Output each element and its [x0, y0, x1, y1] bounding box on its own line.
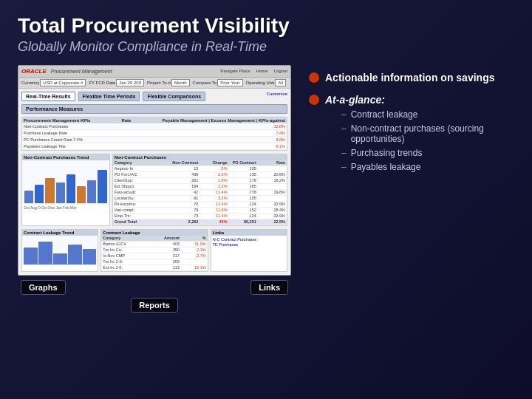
p-row-8: Vari-compl:7911.6%15228.4%: [113, 208, 287, 214]
slide: Total Procurement Visibility Globally Mo…: [0, 0, 532, 399]
sub-item-2: – Non-contract purchases (sourcing oppor…: [341, 123, 514, 144]
mini-bar-4: [68, 245, 82, 265]
kpi-row-1: Non-Contract Purchases 12.8%: [22, 123, 287, 130]
p-row-1: Amproc-In15.5%105: [113, 166, 287, 172]
p-row-6: LocalanSu:913.2%105: [113, 196, 287, 202]
p-row-4: Ext Shppcr1942.2%165: [113, 184, 287, 190]
content-area: ORACLE Procurement Management Navigate P…: [18, 65, 514, 313]
bar-5: [66, 174, 75, 203]
proc-mgmt-label: Procurement Management: [51, 69, 112, 74]
bullet-dot-2: [309, 95, 319, 105]
bullet-glance: At-a-glance: – Contract leakage – Non-co…: [309, 93, 514, 176]
info-panel: Actionable information on savings At-a-g…: [303, 65, 514, 313]
trend-chart-area: [22, 160, 109, 205]
compare-field: Compare To Prior Year: [193, 79, 243, 86]
project-field: Project To-d Month: [147, 79, 190, 86]
graphs-label: Graphs: [21, 280, 66, 295]
ou-input[interactable]: All: [275, 79, 286, 86]
oracle-logo: ORACLE: [21, 68, 47, 75]
bullet-dot-1: [309, 72, 319, 83]
leakage-mini-chart: [22, 236, 98, 265]
sub-item-4: – Payables leakage: [341, 162, 514, 172]
l-row-2: Tre Irc-Co:3502.1%: [101, 248, 207, 253]
currency-input[interactable]: USD at Copporate #: [40, 79, 86, 86]
perf-measures-btn[interactable]: Performance Measures: [21, 104, 287, 114]
kpi-table: Procurement Management KPIs Rate Payable…: [21, 117, 287, 151]
p-row-7: Po-kocoma:7011.4%12432.9%: [113, 202, 287, 208]
trend-chart-header: Non-Contract Purchases Trend: [22, 154, 109, 160]
main-panels: Non-Contract Purchases Trend: [21, 154, 287, 226]
bottom-panels-row: Contract Leakage Trend Contract Leakage: [21, 229, 287, 272]
l-row-4: Tre Irc-2-0:209: [101, 259, 207, 265]
mock-buttons-row: Real-Time Results Flexible Time Periods …: [21, 92, 287, 101]
p-row-5: Fwo-stcsub:4211.4%77819.8%: [113, 190, 287, 196]
links-content: N-C Contract Purchases TE Purchases: [211, 236, 287, 248]
contract-leakage-header: Contract Leakage: [101, 230, 207, 236]
p-row-total: Grand Total2,26243%80,25122.5%: [113, 219, 287, 225]
link-1[interactable]: N-C Contract Purchases: [213, 237, 285, 242]
mini-bar-2: [38, 242, 52, 264]
compare-input[interactable]: Prior Year: [217, 79, 242, 86]
at-a-glance-label: At-a-glance:: [325, 94, 385, 106]
oracle-screen: ORACLE Procurement Management Navigate P…: [18, 65, 291, 276]
bar-7: [87, 180, 96, 203]
purchases-table-panel: Non-Contract Purchases Category Non-Cont…: [112, 154, 287, 226]
date-input[interactable]: Jan 20 200: [116, 79, 144, 86]
purchases-table-header: Non-Contract Purchases: [113, 154, 287, 160]
bar-4: [56, 183, 65, 203]
chart-labels: Oct Aug D Oct Dec Jan Feb Mar: [22, 205, 109, 211]
leakage-header: Category Amount %: [101, 236, 207, 242]
customize-link[interactable]: Customize: [267, 92, 287, 101]
kpi-table-header: Procurement Management KPIs Rate Payable…: [22, 117, 287, 123]
bullet-glance-title: At-a-glance:: [325, 93, 514, 106]
bar-3: [45, 178, 54, 203]
sub-item-1: – Contract leakage: [341, 109, 514, 120]
currency-field: Currency USD at Copporate #: [21, 79, 86, 86]
project-input[interactable]: Month: [171, 79, 190, 86]
mock-nav: Navigate Place Home Logout: [117, 69, 287, 73]
mini-bar-3: [53, 253, 67, 265]
mini-bar-1: [24, 248, 38, 265]
main-title: Total Procurement Visibility: [18, 15, 514, 38]
reports-label: Reports: [131, 298, 178, 313]
sub-list: – Contract leakage – Non-contract purcha…: [325, 109, 514, 172]
p-row-3: ClientSup:2611.8%17818.2%: [113, 178, 287, 184]
ou-field: Operating Unit All: [246, 79, 286, 86]
l-row-5: Est-Irc 2 0:11315.1%: [101, 265, 207, 271]
mock-header: ORACLE Procurement Management Navigate P…: [18, 66, 290, 78]
leakage-table: Category Amount % Barton (GCV40331.9% Tr…: [101, 236, 207, 271]
date-field: FY FCD Date Jan 20 200: [89, 79, 144, 86]
mini-bar-5: [83, 249, 97, 265]
l-row-3: Ix-Nov CMP317-2.7%: [101, 253, 207, 259]
bullet-savings-text: Actionable information on savings: [325, 71, 494, 84]
subtitle: Globally Monitor Compliance in Real-Time: [18, 39, 514, 55]
kpi-row-4: Payables Leakage Title 8.1%: [22, 143, 287, 150]
link-2[interactable]: TE Purchases: [213, 242, 285, 247]
real-time-btn[interactable]: Real-Time Results: [21, 92, 75, 101]
nav-navigate: Navigate Place: [220, 69, 250, 73]
mock-content: Real-Time Results Flexible Time Periods …: [18, 89, 290, 275]
trend-chart-panel: Non-Contract Purchases Trend: [21, 154, 110, 226]
p-row-9: Emp-Trs:7311.4%12432.9%: [113, 214, 287, 219]
nav-home: Home: [256, 69, 268, 73]
leakage-trend-panel: Contract Leakage Trend: [21, 229, 98, 272]
flexible-time-btn[interactable]: Flexible Time Periods: [78, 92, 140, 101]
p-row-2: PO Fort./A/C4362.6%13520.8%: [113, 172, 287, 178]
leakage-trend-header: Contract Leakage Trend: [22, 230, 98, 236]
kpi-row-2: Purchase Leakage Rate 7.4%: [22, 130, 287, 137]
bottom-labels: Graphs Links: [18, 280, 291, 295]
purchases-header-row: Category Non-Contract Change PO Contract…: [113, 160, 287, 166]
bar-6: [77, 186, 86, 202]
bar-2: [35, 185, 44, 203]
links-header: Links: [211, 230, 287, 236]
nav-logout: Logout: [274, 69, 287, 73]
reports-label-row: Reports: [18, 298, 291, 313]
title-section: Total Procurement Visibility Globally Mo…: [18, 15, 514, 55]
sub-item-3: – Purchasing trends: [341, 148, 514, 158]
screenshot-mockup: ORACLE Procurement Management Navigate P…: [18, 65, 291, 313]
bullet-savings: Actionable information on savings: [309, 71, 514, 84]
contract-leakage-panel: Contract Leakage Category Amount % Barto…: [100, 229, 208, 272]
perf-measures-row: Performance Measures: [21, 104, 287, 114]
bar-1: [24, 191, 33, 203]
flexible-comp-btn[interactable]: Flexible Comparisons: [143, 92, 205, 101]
